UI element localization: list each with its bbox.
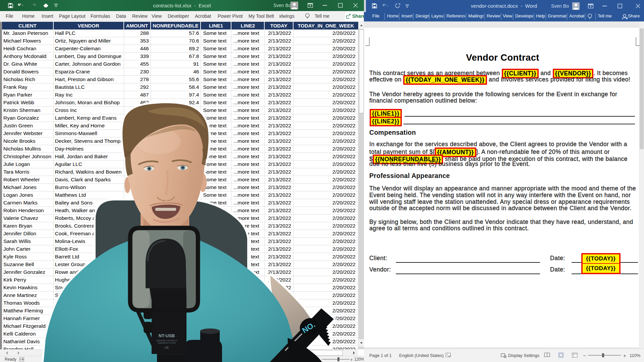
svg-text:ASSEMBLED IN CHINA: ASSEMBLED IN CHINA: [158, 342, 176, 344]
svg-text:CE: CE: [165, 346, 169, 349]
svg-text:NT-USB: NT-USB: [159, 333, 175, 338]
svg-text:DESIGNED IN AUSTRALIA: DESIGNED IN AUSTRALIA: [156, 340, 177, 342]
